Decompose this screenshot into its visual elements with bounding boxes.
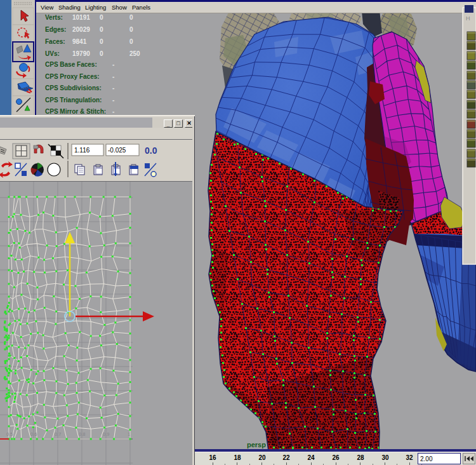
svg-text:persp: persp	[247, 441, 266, 448]
svg-text:1.116: 1.116	[74, 147, 90, 154]
svg-text:0.0: 0.0	[145, 145, 157, 156]
svg-text:H: H	[466, 15, 470, 22]
svg-text:0.5: 0.5	[6, 431, 13, 437]
svg-text:0.8: 0.8	[79, 431, 85, 437]
svg-text:-0.025: -0.025	[108, 147, 126, 154]
svg-text:0.6: 0.6	[30, 431, 37, 437]
svg-text:0.9: 0.9	[103, 431, 109, 437]
svg-text:0.7: 0.7	[55, 431, 61, 437]
svg-text:1: 1	[128, 431, 130, 437]
